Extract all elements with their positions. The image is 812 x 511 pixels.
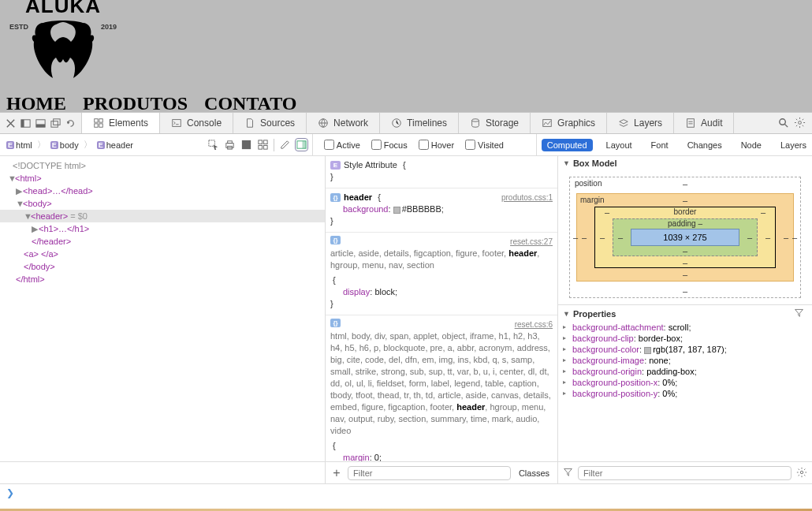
box-content-size: 1039 × 275: [631, 229, 739, 246]
boxmodel-header[interactable]: ▼Box Model: [558, 156, 812, 170]
styles-panel[interactable]: EStyle Attribute { } produtos.css:1 {}he…: [326, 156, 558, 461]
classes-toggle-icon[interactable]: [257, 139, 269, 151]
property-row[interactable]: background-origin: padding-box;: [558, 366, 812, 377]
svg-rect-24: [263, 140, 267, 144]
devtools-window-tools: [0, 113, 82, 133]
computed-panel: ▼Box Model position – margin – – – – – b…: [558, 156, 812, 461]
beard-icon: [28, 18, 99, 81]
rule-style-attribute: EStyle Attribute { }: [326, 156, 557, 188]
dock-left-icon[interactable]: [20, 117, 32, 129]
footer-bar: + Classes: [0, 461, 812, 483]
tab-sources[interactable]: Sources: [233, 113, 307, 133]
tab-layers2[interactable]: Layers: [775, 139, 812, 151]
crumb-html[interactable]: Ehtml: [3, 140, 35, 151]
new-rule-button[interactable]: +: [330, 466, 343, 480]
dock-bottom-icon[interactable]: [35, 117, 47, 129]
nav-produtos[interactable]: PRODUTOS: [83, 93, 188, 112]
network-icon: [318, 117, 329, 129]
layers-icon: [618, 117, 629, 129]
rule-source-link[interactable]: produtos.css:1: [501, 192, 553, 203]
crumb-header[interactable]: Eheader: [94, 140, 136, 151]
property-row[interactable]: background-image: none;: [558, 355, 812, 366]
svg-rect-26: [263, 145, 267, 149]
tab-computed[interactable]: Computed: [542, 139, 593, 151]
svg-point-13: [472, 119, 479, 122]
nav-home[interactable]: HOME: [6, 93, 66, 112]
tab-elements[interactable]: Elements: [82, 113, 160, 133]
print-styles-icon[interactable]: [224, 139, 236, 151]
rule-source-link[interactable]: reset.css:27: [510, 236, 553, 248]
properties-header[interactable]: ▼Properties: [558, 305, 812, 322]
nav-contato[interactable]: CONTATO: [204, 93, 296, 112]
search-icon[interactable]: [777, 117, 789, 130]
right-panel-tabs: Computed Layout Font Changes Node Layers: [537, 139, 812, 151]
property-row[interactable]: background-position-x: 0%;: [558, 377, 812, 388]
styles-filter-input[interactable]: [348, 466, 511, 480]
svg-rect-5: [54, 118, 60, 125]
rule-reset-27: reset.css:27 {}article, aside, details, …: [326, 233, 557, 315]
crumb-body[interactable]: Ebody: [47, 140, 82, 151]
svg-point-17: [799, 121, 802, 124]
tab-audit[interactable]: Audit: [674, 113, 734, 133]
svg-rect-7: [99, 119, 102, 122]
property-row[interactable]: background-color: rgb(187, 187, 187);: [558, 344, 812, 355]
edit-icon[interactable]: [279, 139, 291, 151]
computed-filter-input[interactable]: [578, 466, 792, 480]
tab-storage[interactable]: Storage: [459, 113, 531, 133]
computed-properties[interactable]: ▼Properties background-attachment: scrol…: [558, 304, 812, 461]
audit-icon: [685, 117, 696, 129]
svg-rect-9: [99, 124, 102, 127]
reload-icon[interactable]: [65, 117, 76, 129]
tab-font[interactable]: Font: [646, 139, 674, 151]
brand-year: 2019: [101, 23, 117, 31]
timelines-icon: [391, 117, 402, 129]
svg-point-16: [780, 118, 786, 125]
filter-toggle-icon[interactable]: [794, 308, 804, 319]
svg-rect-22: [242, 140, 251, 149]
page-preview: ALUKA ESTD 2019 HOME PRODUTOS CONTATO: [0, 0, 812, 112]
tab-node[interactable]: Node: [736, 139, 767, 151]
svg-rect-3: [36, 124, 45, 127]
tab-network[interactable]: Network: [307, 113, 380, 133]
svg-rect-28: [302, 141, 306, 148]
layout-sidebar-icon[interactable]: [296, 139, 307, 151]
svg-point-29: [800, 471, 803, 474]
node-picker-icon[interactable]: [207, 139, 219, 151]
property-row[interactable]: background-attachment: scroll;: [558, 322, 812, 333]
property-row[interactable]: background-position-y: 0%;: [558, 388, 812, 399]
graphics-icon: [542, 117, 553, 129]
storage-icon: [470, 117, 481, 129]
console-drawer[interactable]: ❯: [0, 483, 812, 509]
close-icon[interactable]: [5, 117, 17, 129]
dock-popout-icon[interactable]: [50, 117, 61, 129]
pseudo-active[interactable]: Active: [324, 140, 360, 150]
brand-estd: ESTD: [9, 23, 28, 31]
page-nav: HOME PRODUTOS CONTATO: [6, 93, 311, 112]
svg-rect-1: [21, 119, 24, 126]
filter-icon[interactable]: [563, 467, 573, 479]
console-icon: [171, 117, 182, 129]
property-row[interactable]: background-clip: border-box;: [558, 333, 812, 344]
tab-graphics[interactable]: Graphics: [531, 113, 607, 133]
force-state-icon[interactable]: [240, 139, 252, 151]
pseudo-focus[interactable]: Focus: [371, 140, 408, 150]
work-area: <!DOCTYPE html> ▼<html> ▶<head>…</head> …: [0, 156, 812, 461]
pseudo-visited[interactable]: Visited: [465, 140, 504, 150]
elements-subheader: Ehtml 〉 Ebody 〉 Eheader Active Focus Hov…: [0, 134, 812, 156]
tab-console[interactable]: Console: [160, 113, 233, 133]
selected-node: ▼<header> = $0: [0, 210, 325, 222]
settings-icon[interactable]: [796, 467, 807, 479]
settings-icon[interactable]: [794, 117, 806, 130]
tab-changes[interactable]: Changes: [682, 139, 728, 151]
pseudo-hover[interactable]: Hover: [419, 140, 454, 150]
dom-tree[interactable]: <!DOCTYPE html> ▼<html> ▶<head>…</head> …: [0, 156, 326, 461]
rule-source-link[interactable]: reset.css:6: [515, 319, 553, 330]
tab-layout[interactable]: Layout: [601, 139, 638, 151]
tab-timelines[interactable]: Timelines: [380, 113, 459, 133]
classes-button[interactable]: Classes: [516, 468, 553, 478]
tab-layers[interactable]: Layers: [607, 113, 674, 133]
svg-rect-25: [259, 145, 263, 149]
brand-logo: ALUKA ESTD 2019: [8, 0, 118, 81]
svg-rect-6: [95, 119, 98, 122]
breadcrumb: Ehtml 〉 Ebody 〉 Eheader: [0, 139, 136, 151]
